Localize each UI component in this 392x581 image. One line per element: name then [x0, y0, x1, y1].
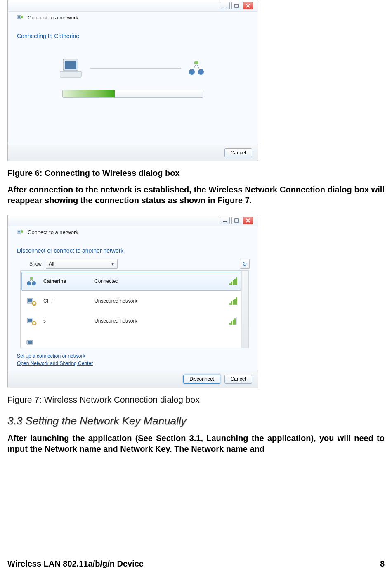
- svg-rect-33: [28, 319, 32, 322]
- network-device-icon: [187, 59, 206, 77]
- wifi-unsecured-icon: [25, 316, 38, 325]
- dialog-title: Connect to a network: [28, 14, 78, 21]
- svg-rect-9: [60, 71, 81, 77]
- minimize-button[interactable]: [220, 2, 230, 9]
- network-row-partial[interactable]: [21, 339, 241, 348]
- svg-rect-35: [33, 322, 35, 324]
- bottom-links: Set up a connection or network Open Netw…: [17, 352, 93, 367]
- titlebar: [8, 0, 258, 12]
- cancel-button[interactable]: Cancel: [224, 375, 252, 384]
- svg-rect-37: [28, 341, 32, 344]
- figure-6-caption: Figure 6: Connecting to Wireless dialog …: [7, 168, 385, 178]
- network-row[interactable]: CHT Unsecured network: [21, 292, 241, 311]
- scroll-down-button[interactable]: ▾: [242, 341, 248, 348]
- page-footer: Wireless LAN 802.11a/b/g/n Device 8: [7, 559, 385, 569]
- wifi-icon: [25, 339, 37, 345]
- network-name: s: [43, 318, 89, 324]
- refresh-button[interactable]: ↻: [240, 259, 250, 269]
- svg-rect-1: [235, 4, 238, 7]
- svg-rect-21: [18, 231, 20, 232]
- network-name: CHT: [43, 298, 89, 304]
- signal-icon: [229, 317, 237, 325]
- dialog-footer: Disconnect Cancel: [8, 371, 258, 387]
- show-label: Show: [29, 261, 42, 267]
- maximize-button[interactable]: [231, 217, 241, 224]
- close-button[interactable]: [243, 217, 253, 224]
- signal-icon: [229, 277, 237, 285]
- wifi-unsecured-icon: [25, 296, 38, 306]
- network-icon: [16, 228, 24, 236]
- network-list: ▴ ▾ Catherine Connected CHT Unsecured ne…: [20, 270, 249, 348]
- setup-connection-link[interactable]: Set up a connection or network: [17, 352, 93, 360]
- wifi-connected-icon: [25, 277, 38, 286]
- show-dropdown[interactable]: All ▼: [46, 259, 118, 269]
- figure-7-caption: Figure 7: Wireless Network Connection di…: [7, 395, 385, 405]
- footer-product: Wireless LAN 802.11a/b/g/n Device: [7, 559, 144, 569]
- progress-bar: [62, 90, 203, 98]
- dialog-title: Connect to a network: [28, 229, 78, 235]
- connection-graphic: [8, 57, 258, 79]
- section-heading: 3.3 Setting the Network Key Manually: [7, 415, 385, 427]
- disconnect-button[interactable]: Disconnect: [183, 375, 220, 384]
- chevron-down-icon: ▼: [111, 262, 115, 266]
- disconnect-heading: Disconnect or connect to another network: [17, 247, 123, 254]
- connecting-dialog: Connect to a network Connecting to Cathe…: [7, 0, 258, 161]
- cancel-button[interactable]: Cancel: [224, 148, 252, 157]
- network-name: Catherine: [43, 278, 89, 284]
- open-sharing-center-link[interactable]: Open Network and Sharing Center: [17, 360, 93, 367]
- maximize-button[interactable]: [231, 2, 241, 9]
- svg-point-22: [21, 230, 23, 233]
- svg-rect-31: [33, 302, 35, 304]
- signal-icon: [229, 297, 237, 305]
- svg-rect-25: [30, 277, 33, 280]
- computer-icon: [60, 57, 85, 79]
- network-list-dialog: Connect to a network Disconnect or conne…: [7, 215, 258, 387]
- paragraph-1: After connection to the network is estab…: [7, 185, 385, 206]
- show-value: All: [49, 261, 54, 267]
- connecting-heading: Connecting to Catherine: [17, 33, 79, 39]
- network-icon: [16, 14, 24, 21]
- close-button[interactable]: [243, 2, 253, 9]
- svg-point-6: [21, 16, 23, 18]
- network-row[interactable]: Catherine Connected: [21, 272, 241, 291]
- network-row[interactable]: s Unsecured network: [21, 311, 241, 330]
- network-status: Unsecured network: [94, 298, 224, 304]
- titlebar: [8, 215, 258, 226]
- page-number: 8: [380, 559, 385, 569]
- minimize-button[interactable]: [220, 217, 230, 224]
- svg-rect-29: [28, 299, 32, 302]
- network-status: Connected: [94, 278, 224, 284]
- svg-rect-8: [65, 61, 76, 69]
- scroll-up-button[interactable]: ▴: [242, 271, 248, 278]
- svg-rect-5: [18, 16, 20, 18]
- network-status: Unsecured network: [94, 318, 224, 324]
- dialog-footer: Cancel: [8, 145, 258, 161]
- paragraph-2: After launching the application (See Sec…: [7, 433, 385, 454]
- svg-rect-17: [235, 219, 238, 222]
